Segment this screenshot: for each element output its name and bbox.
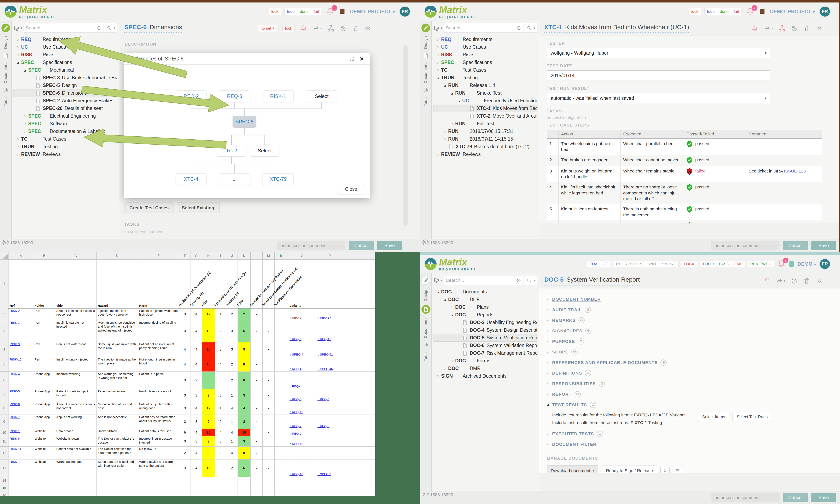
- tree-item-spec[interactable]: ▷SPECSoftware: [13, 120, 118, 128]
- traceability-icon[interactable]: [327, 25, 334, 32]
- traceability-icon[interactable]: [778, 25, 785, 32]
- tab-design[interactable]: [422, 24, 430, 32]
- test-step-row[interactable]: 6Kid releases brakesBrakes can be reache…: [547, 220, 822, 223]
- cancel-button[interactable]: Cancel: [783, 241, 808, 250]
- delete-icon[interactable]: [803, 277, 810, 284]
- tree-expander-icon[interactable]: ▷: [15, 45, 21, 49]
- gear-icon[interactable]: ⚙: [574, 391, 581, 397]
- section-executed-tests[interactable]: ▸EXECUTED TESTS⚙: [547, 429, 833, 439]
- test-step-row[interactable]: 3Kid puts weight on left arm on left han…: [547, 166, 822, 182]
- tab-design[interactable]: [422, 276, 430, 285]
- collapse-panel-icon[interactable]: [816, 277, 823, 284]
- trace-link-req-2[interactable]: ↑ REQ-2: [289, 432, 302, 435]
- session-comment-input[interactable]: [711, 493, 780, 502]
- delete-icon[interactable]: [803, 25, 810, 32]
- filter-badge-lock[interactable]: lock: [689, 8, 701, 15]
- rail-label-design[interactable]: Design: [424, 288, 428, 301]
- maximize-icon[interactable]: [349, 56, 354, 61]
- tree-expander-icon[interactable]: ◢: [442, 84, 448, 87]
- row-header-4[interactable]: 4: [0, 342, 8, 357]
- tree-item-trun[interactable]: ◢TRUNTesting: [433, 74, 537, 82]
- rail-label-design[interactable]: Design: [3, 36, 8, 49]
- risk-link-risk-2[interactable]: RISK-2: [10, 309, 20, 312]
- search-input[interactable]: [446, 25, 517, 31]
- tree-item-xtc-79[interactable]: XTC-79Brakes do not burn (TC-2): [433, 143, 537, 150]
- cancel-button[interactable]: Cancel: [783, 493, 808, 502]
- project-selector[interactable]: DEMO_PROJECT▾: [770, 9, 815, 15]
- section-chevron-icon[interactable]: ▸: [547, 392, 552, 396]
- rail-label-documents[interactable]: Documents: [424, 62, 428, 83]
- avatar[interactable]: FR: [819, 6, 830, 17]
- row-header-11[interactable]: 11: [0, 436, 8, 447]
- tree-expander-icon[interactable]: ▷: [442, 137, 448, 141]
- filter-badge-fda[interactable]: FDA: [587, 260, 600, 268]
- session-comment-input[interactable]: [711, 241, 780, 250]
- filter-badge-todo[interactable]: todo: [704, 8, 717, 15]
- tree-item-uc[interactable]: ▷UCUse Cases: [433, 43, 537, 51]
- cancel-button[interactable]: Cancel: [349, 241, 374, 250]
- search-button[interactable]: ▾: [104, 23, 118, 33]
- scope-icon[interactable]: ⊙: [96, 25, 101, 31]
- tree-item-tc[interactable]: ▷TCTest Cases: [433, 66, 537, 74]
- filter-badge-smoke[interactable]: SMOKE: [659, 260, 679, 268]
- help-button[interactable]: ?: [2, 239, 8, 245]
- test-step-row[interactable]: 4Kid lifts itself into wheelchair while …: [547, 182, 822, 204]
- avatar[interactable]: FR: [399, 6, 410, 17]
- diagram-node-xtc-4[interactable]: XTC-4: [176, 173, 207, 185]
- step-status[interactable]: passed: [684, 182, 746, 204]
- section-test-results[interactable]: ◢TEST RESULTS⚙: [547, 399, 833, 410]
- trace-link-spec-9[interactable]: ↓ SPEC-9: [318, 472, 331, 476]
- gear-icon[interactable]: ⚙: [590, 402, 596, 408]
- tree-item-spec-6[interactable]: SPEC-6Dimensions: [13, 89, 118, 97]
- filter-badge-ce[interactable]: CE: [600, 260, 611, 268]
- gear-icon[interactable]: ⚙: [585, 307, 591, 313]
- row-header-3[interactable]: 3: [0, 320, 8, 342]
- row-header-16[interactable]: 16: [0, 492, 8, 496]
- tree-expander-icon[interactable]: ▷: [449, 305, 455, 309]
- tree-item-req[interactable]: ▷REQRequirements: [433, 36, 537, 43]
- tree-expander-icon[interactable]: ◢: [449, 91, 455, 95]
- section-chevron-icon[interactable]: ▸: [547, 339, 552, 343]
- tab-documents[interactable]: [423, 53, 429, 59]
- column-header-B[interactable]: B: [33, 252, 55, 260]
- risk-link-risk-3[interactable]: RISK-3: [10, 321, 20, 324]
- tree-expander-icon[interactable]: ◢: [442, 298, 448, 301]
- tree-expander-icon[interactable]: ▷: [15, 53, 21, 57]
- row-header-6[interactable]: 6: [0, 372, 8, 389]
- tree-expander-icon[interactable]: ◢: [449, 313, 455, 317]
- section-document-number[interactable]: ▸DOCUMENT NUMBER: [547, 294, 833, 304]
- section-chevron-icon[interactable]: ▸: [547, 443, 552, 447]
- tree-item-run[interactable]: ▷RUN2018/07/11 14:15:15: [433, 135, 537, 143]
- tree-item-spec-2[interactable]: SPEC-2Auto Emergency Brakes: [13, 97, 118, 105]
- trace-link-spec-46[interactable]: ↓ SPEC-46: [318, 367, 333, 371]
- share-button[interactable]: ▾: [764, 25, 773, 32]
- trace-link-req-3[interactable]: ↑ REQ-3: [289, 397, 302, 401]
- section-chevron-icon[interactable]: ▸: [547, 371, 552, 375]
- tree-view-icon[interactable]: [13, 25, 19, 31]
- tree-expander-icon[interactable]: ▷: [449, 122, 455, 126]
- tree-item-doc[interactable]: ▷DOCDMR: [433, 365, 537, 372]
- close-button[interactable]: Close: [338, 184, 364, 194]
- risk-link-risk-10[interactable]: RISK-10: [10, 358, 21, 361]
- diagram-node-req-3[interactable]: REQ-3: [219, 90, 250, 102]
- tree-item-spec-20[interactable]: SPEC-20Details of the seat: [13, 105, 118, 112]
- trace-link-req-4[interactable]: ↑ REQ-4: [318, 397, 329, 401]
- risk-link-risk-8[interactable]: RISK-8: [10, 437, 20, 440]
- select-existing-button[interactable]: Select Existing: [177, 202, 219, 213]
- column-header-I[interactable]: I: [215, 252, 226, 260]
- jira-issue-link[interactable]: ISSUE-123: [784, 168, 806, 173]
- column-header-blank[interactable]: [343, 252, 375, 260]
- trace-link-req-4[interactable]: ↑ REQ-4: [289, 384, 302, 388]
- section-chevron-icon[interactable]: ▸: [547, 432, 552, 436]
- tree-expander-icon[interactable]: ▷: [435, 37, 441, 42]
- gear-icon[interactable]: ⚙: [585, 370, 591, 376]
- section-remarks[interactable]: ▸REMARKS⚙: [547, 315, 833, 325]
- tree-item-doc-7[interactable]: DOC-7Risk Management Report: [433, 349, 537, 357]
- tab-tools-icon[interactable]: %: [3, 87, 8, 93]
- column-header-F[interactable]: F: [179, 252, 191, 260]
- filter-badge-unit[interactable]: UNIT: [645, 260, 659, 268]
- tree-expander-icon[interactable]: ◢: [22, 69, 28, 72]
- section-chevron-icon[interactable]: ▸: [547, 318, 552, 322]
- collapse-panel-icon[interactable]: [816, 25, 823, 32]
- tree-item-doc[interactable]: ▷DOCForms: [433, 357, 537, 365]
